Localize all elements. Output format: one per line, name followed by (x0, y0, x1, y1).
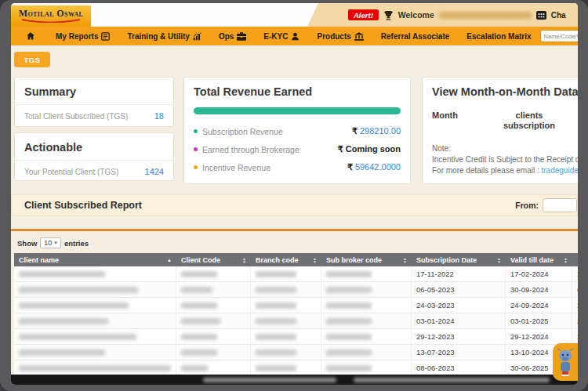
nav-item-my-reports[interactable]: My Reports (47, 27, 118, 45)
clipped-cell: 2 (572, 298, 578, 313)
month-on-month-card: View Month-on-Month Data Month clients s… (422, 77, 578, 184)
actionable-value-link[interactable]: 1424 (145, 167, 164, 176)
valid-till-date-cell: 29-12-2024 (506, 329, 572, 344)
browser-frame: Motilal Oswal Alert! Welcome Cha My Repo… (0, 0, 588, 391)
redacted-sub-broker-code (326, 302, 372, 309)
search-input[interactable] (540, 30, 578, 42)
bank-icon (354, 32, 364, 41)
main-navbar: My Reports Training & Utility Ops E-KYC … (11, 27, 578, 45)
revenue-amount: Coming soon (346, 144, 401, 154)
summary-row: Total Client Subscribed (TGS) 18 (15, 104, 173, 127)
nav-item-label: Ops (219, 32, 234, 41)
bar-chart-icon (193, 32, 201, 41)
table-row: 17-11-2022 17-02-2024 2 (14, 266, 578, 282)
table-row: 06-05-2023 30-09-2024 6 (14, 282, 578, 298)
col-client-code[interactable]: Client Code▲▼ (176, 253, 251, 266)
redacted-branch-code (256, 334, 296, 340)
revenue-amount-link[interactable]: 59642.0000 (355, 162, 401, 172)
col-sub-broker-code[interactable]: Sub broker code▲▼ (321, 253, 412, 266)
report-title: Client Subscribed Report (24, 200, 142, 211)
redacted-branch-code (256, 287, 296, 293)
nav-item-ops[interactable]: Ops (210, 27, 255, 45)
from-date-input[interactable] (543, 198, 577, 212)
clipped-cell: 6 (572, 282, 578, 297)
chat-mascot-button[interactable] (553, 343, 578, 381)
revenue-amount-link[interactable]: 298210.00 (360, 126, 401, 136)
logo-swoosh (20, 19, 82, 23)
page-footer (11, 375, 578, 385)
summary-value-link[interactable]: 18 (154, 111, 164, 121)
tgs-tab[interactable]: TGS (14, 52, 50, 67)
nav-item-referral-associate[interactable]: Referral Associate (372, 27, 458, 45)
main-content: TGS Summary Total Client Subscribed (TGS… (11, 45, 578, 375)
sort-both-icon: ▲▼ (313, 257, 317, 263)
table-row: 24-03-2023 24-09-2024 2 (14, 298, 578, 313)
col-branch-code[interactable]: Branch code▲▼ (251, 253, 321, 266)
page-size-select[interactable]: 10 ▾ (40, 237, 61, 248)
revenue-card: Total Revenue Earned Subscription Revenu… (183, 77, 411, 184)
note-label: Note: (432, 143, 578, 154)
col-client-name[interactable]: Client name▲ (14, 253, 176, 266)
actionable-label: Your Potential Client (TGS) (24, 168, 118, 176)
nav-item-training-utility[interactable]: Training & Utility (118, 27, 209, 45)
welcome-strip: Alert! Welcome Cha (307, 3, 578, 27)
trophy-icon (383, 10, 394, 20)
valid-till-date-cell: 24-09-2024 (506, 298, 572, 313)
redacted-client-name (19, 349, 105, 356)
nav-item-escalation-matrix[interactable]: Escalation Matrix (458, 27, 539, 45)
revenue-item-label: Subscription Revenue (202, 127, 283, 136)
sort-both-icon: ▲▼ (564, 257, 568, 263)
from-label: From: (515, 201, 539, 210)
motilal-oswal-logo[interactable]: Motilal Oswal (11, 5, 91, 27)
subscription-date-cell: 29-12-2023 (412, 329, 506, 344)
redacted-footer-text (203, 378, 336, 382)
alert-badge[interactable]: Alert! (348, 9, 379, 20)
nav-item-home[interactable] (17, 27, 47, 45)
redacted-client-name (19, 334, 136, 340)
redacted-sub-broker-code (326, 349, 372, 356)
redacted-client-name (19, 365, 171, 371)
rupee-symbol: ₹ (347, 162, 353, 172)
sort-asc-icon: ▲ (167, 258, 172, 262)
redacted-client-code (181, 302, 217, 309)
revenue-row-brokerage: Earned through Brokerage ₹Coming soon (184, 140, 410, 158)
valid-till-date-cell: 03-01-2025 (506, 313, 572, 328)
nav-item-ekyc[interactable]: E-KYC (255, 27, 308, 45)
redacted-client-name (19, 271, 105, 277)
redacted-sub-broker-code (326, 271, 372, 277)
welcome-label: Welcome (398, 10, 434, 20)
summary-label: Total Client Subscribed (TGS) (24, 112, 128, 121)
support-email-link[interactable]: tradeguide@motila (542, 166, 578, 175)
redacted-client-code (181, 349, 217, 356)
nav-item-label: My Reports (56, 32, 98, 41)
redacted-branch-code (256, 318, 296, 324)
report-icon (101, 32, 110, 41)
show-label: Show (17, 239, 37, 248)
clipped-cell: 2 (572, 329, 578, 344)
redacted-sub-broker-code (326, 287, 372, 293)
subscription-date-cell: 13-07-2023 (412, 345, 506, 360)
sort-both-icon: ▲▼ (242, 257, 246, 263)
table-row: 29-12-2023 29-12-2024 2 (14, 329, 578, 345)
nav-item-label: E-KYC (263, 32, 288, 41)
mom-note: Note: Incentive Credit is Subject to the… (423, 142, 578, 178)
sort-both-icon: ▲▼ (403, 257, 407, 263)
calculator-icon[interactable] (536, 11, 546, 20)
redacted-client-name (19, 302, 129, 309)
section-divider (11, 229, 578, 231)
client-subscribed-table: Client name▲ Client Code▲▼ Branch code▲▼… (14, 253, 578, 376)
redacted-sub-broker-code (326, 365, 372, 371)
magenta-bullet-icon (194, 147, 198, 151)
col-subscription-date[interactable]: Subscription Date▲▼ (412, 253, 506, 266)
mascot-icon (556, 347, 575, 377)
actionable-title: Actionable (15, 133, 173, 160)
redacted-footer-text (354, 378, 550, 382)
revenue-item-label: Earned through Brokerage (202, 145, 299, 154)
col-valid-till-date[interactable]: Valid till date▲▼ (506, 253, 572, 266)
mom-title: View Month-on-Month Data (423, 78, 578, 104)
nav-item-products[interactable]: Products (308, 27, 372, 45)
col-clipped[interactable]: ▲▼P (572, 253, 578, 266)
chat-label[interactable]: Cha (551, 11, 566, 20)
entries-label: entries (64, 239, 89, 248)
clipped-cell: 2 (572, 266, 578, 281)
